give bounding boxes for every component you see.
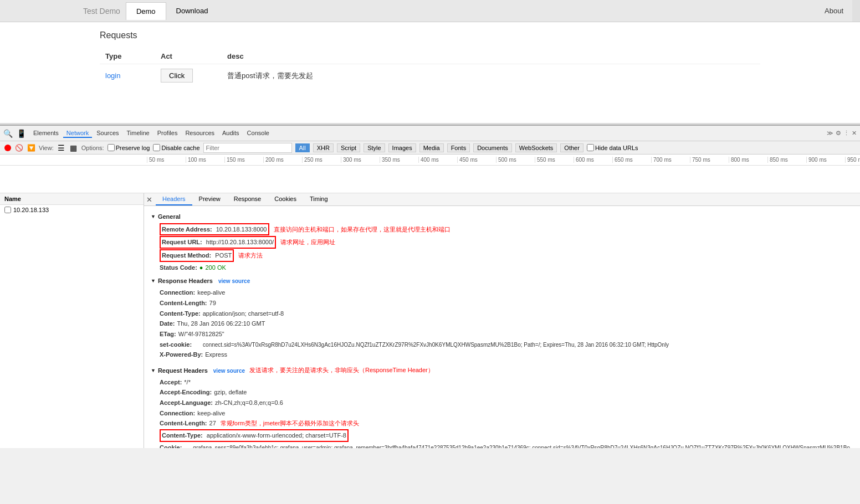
- ruler-900ms: 900 ms: [806, 157, 845, 163]
- scrollbar[interactable]: [852, 0, 860, 22]
- filter-icon[interactable]: 🔽: [27, 143, 35, 152]
- tab-download[interactable]: Download: [166, 2, 218, 19]
- requests-title: Requests: [100, 30, 760, 40]
- item-checkbox[interactable]: [4, 207, 11, 213]
- main-content: Requests Type Act desc login Click 普通pos…: [0, 22, 860, 125]
- item-name: 10.20.18.133: [13, 207, 49, 213]
- large-view-icon[interactable]: ▦: [69, 143, 78, 152]
- devtools-toolbar: 🔍 📱 Elements Network Sources Timeline Pr…: [0, 126, 860, 141]
- request-url-highlight: Request URL: http://10.20.18.133:8000/: [160, 236, 276, 249]
- ruler-700ms: 700 ms: [651, 157, 690, 163]
- row-act: Click: [155, 64, 222, 88]
- login-link[interactable]: login: [105, 71, 120, 80]
- tab-console[interactable]: Console: [244, 129, 273, 138]
- tab-resources[interactable]: Resources: [182, 129, 218, 138]
- request-url-annotation: 请求网址，应用网址: [280, 237, 335, 248]
- list-view-icon[interactable]: ☰: [57, 143, 66, 152]
- tab-timing[interactable]: Timing: [303, 193, 335, 205]
- network-headers-panel: ✕ Headers Preview Response Cookies Timin…: [144, 193, 860, 448]
- clear-icon[interactable]: 🚫: [14, 143, 23, 152]
- req-cookie-key: Cookie:: [160, 443, 182, 448]
- request-method-key: Request Method:: [162, 252, 211, 259]
- filter-script[interactable]: Script: [337, 143, 360, 152]
- filter-media[interactable]: Media: [419, 143, 444, 152]
- req-accept-lang-val: zh-CN,zh;q=0.8,en;q=0.6: [215, 398, 283, 408]
- request-method-annotation: 请求方法: [238, 250, 263, 261]
- tab-cookies[interactable]: Cookies: [268, 193, 303, 205]
- app-title: Test Demo: [83, 7, 120, 16]
- resp-content-length-val: 79: [209, 298, 216, 308]
- req-content-type-highlight: Content-Type: application/x-www-form-url…: [160, 429, 349, 442]
- req-headers-view-source[interactable]: view source: [213, 366, 245, 376]
- resp-date-row: Date: Thu, 28 Jan 2016 06:22:10 GMT: [151, 318, 853, 329]
- hide-data-urls-text: Hide data URLs: [595, 145, 638, 151]
- disable-cache-label: Disable cache: [153, 144, 199, 151]
- expand-icon[interactable]: ≫: [827, 130, 833, 137]
- inspect-icon[interactable]: 🔍: [3, 129, 12, 138]
- tab-audits[interactable]: Audits: [219, 129, 243, 138]
- ruler-850ms: 850 ms: [767, 157, 806, 163]
- filter-fonts[interactable]: Fonts: [447, 143, 470, 152]
- tab-headers[interactable]: Headers: [156, 193, 192, 205]
- req-connection-row: Connection: keep-alive: [151, 408, 853, 419]
- status-code-icon: ●: [199, 263, 203, 273]
- close-panel-icon[interactable]: ✕: [146, 196, 152, 204]
- resp-connection-val: keep-alive: [197, 287, 225, 298]
- filter-style[interactable]: Style: [364, 143, 385, 152]
- req-accept-enc-row: Accept-Encoding: gzip, deflate: [151, 387, 853, 398]
- filter-websockets[interactable]: WebSockets: [515, 143, 557, 152]
- resp-x-powered-val: Express: [205, 349, 227, 360]
- record-button[interactable]: [4, 145, 11, 151]
- tab-network[interactable]: Network: [63, 129, 92, 138]
- filter-other[interactable]: Other: [560, 143, 583, 152]
- req-content-type-row: Content-Type: application/x-www-form-url…: [151, 429, 853, 442]
- network-filter-input[interactable]: [203, 143, 292, 153]
- settings-icon[interactable]: ⚙: [836, 130, 841, 137]
- ruler-650ms: 650 ms: [612, 157, 651, 163]
- resp-x-powered-row: X-Powered-By: Express: [151, 349, 853, 360]
- filter-images[interactable]: Images: [388, 143, 416, 152]
- request-method-highlight: Request Method: POST: [160, 249, 234, 262]
- more-icon[interactable]: ⋮: [843, 130, 849, 137]
- filter-all[interactable]: All: [295, 143, 310, 152]
- req-accept-lang-key: Accept-Language:: [160, 398, 213, 408]
- req-content-length-row: Content-Length: 27 常规form类型，jmeter脚本不必额外…: [151, 418, 853, 429]
- tab-preview[interactable]: Preview: [192, 193, 227, 205]
- filter-xhr[interactable]: XHR: [313, 143, 334, 152]
- row-desc-text: 普通post请求，需要先发起: [227, 71, 313, 80]
- general-section-title[interactable]: General: [151, 212, 853, 222]
- hide-data-urls-checkbox[interactable]: [587, 144, 594, 151]
- network-list-item[interactable]: 10.20.18.133: [0, 205, 144, 215]
- request-headers-title[interactable]: Request Headers view source: [151, 366, 245, 376]
- tab-sources[interactable]: Sources: [93, 129, 122, 138]
- view-label: View:: [39, 145, 54, 151]
- ruler-100ms: 100 ms: [186, 157, 224, 163]
- devtools-panel: 🔍 📱 Elements Network Sources Timeline Pr…: [0, 125, 860, 448]
- response-headers-view-source[interactable]: view source: [218, 276, 250, 286]
- ruler-500ms: 500 ms: [496, 157, 535, 163]
- close-devtools-icon[interactable]: ✕: [852, 130, 857, 137]
- about-link[interactable]: About: [825, 7, 843, 15]
- tab-response[interactable]: Response: [227, 193, 268, 205]
- tab-demo[interactable]: Demo: [126, 2, 166, 20]
- ruler-800ms: 800 ms: [729, 157, 767, 163]
- tab-timeline[interactable]: Timeline: [124, 129, 153, 138]
- preserve-log-checkbox[interactable]: [108, 144, 115, 151]
- tab-profiles[interactable]: Profiles: [154, 129, 181, 138]
- remote-address-row: Remote Address: 10.20.18.133:8000 直接访问的主…: [151, 223, 853, 236]
- req-content-length-val: 27: [209, 418, 216, 429]
- resp-date-key: Date:: [160, 318, 175, 329]
- col-header-type: Type: [100, 49, 155, 64]
- ruler-250ms: 250 ms: [302, 157, 341, 163]
- tab-elements[interactable]: Elements: [30, 129, 62, 138]
- mobile-icon[interactable]: 📱: [17, 129, 25, 138]
- resp-etag-key: ETag:: [160, 329, 176, 340]
- filter-documents[interactable]: Documents: [473, 143, 512, 152]
- devtools-tabs: Elements Network Sources Timeline Profil…: [30, 129, 273, 138]
- click-button[interactable]: Click: [161, 69, 193, 83]
- response-headers-title[interactable]: Response Headers view source: [151, 276, 853, 286]
- disable-cache-checkbox[interactable]: [153, 144, 160, 151]
- preserve-log-label: Preserve log: [108, 144, 150, 151]
- remote-address-annotation: 直接访问的主机和端口，如果存在代理，这里就是代理主机和端口: [274, 224, 451, 235]
- ruler-950ms: 950 ms: [845, 157, 860, 163]
